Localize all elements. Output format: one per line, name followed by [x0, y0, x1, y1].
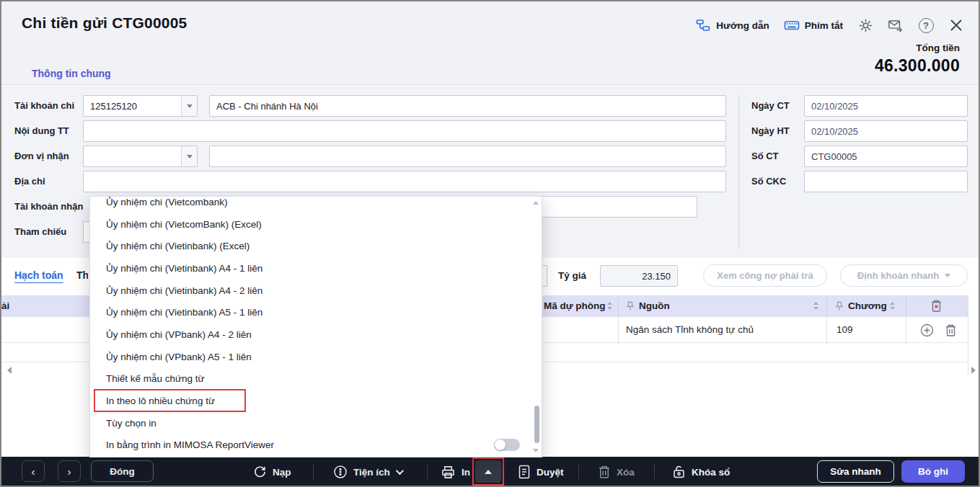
link-hach-toan[interactable]: Hạch toán [14, 269, 63, 281]
label-tham-chieu: Tham chiếu [14, 221, 87, 243]
col-dien-giai-fragment[interactable]: giải [1, 300, 45, 311]
menu-item-thiet-ke-mau-chung-tu[interactable]: Thiết kế mẫu chứng từ [90, 368, 542, 390]
don-vi-nhan-input[interactable] [84, 146, 181, 166]
guide-icon [695, 17, 711, 33]
refresh-icon [253, 465, 267, 479]
menu-item-mimosa-reportviewer[interactable]: In bằng trình in MIMOSA ReportViewer [90, 434, 542, 457]
label-dia-chi: Địa chỉ [14, 171, 87, 192]
label-tai-khoan-chi: Tài khoản chi [14, 95, 87, 117]
caret-up-icon [485, 470, 492, 474]
page-title: Chi tiền gửi CTG00005 [22, 14, 187, 32]
menu-item-uy-nhiem-chi-vietcombank-excel[interactable]: Ủy nhiệm chi (VietcomBank) (Excel) [90, 213, 542, 236]
keyboard-icon [784, 17, 800, 33]
trash-icon [598, 465, 611, 479]
close-form-button[interactable]: Đóng [91, 460, 154, 482]
label-noi-dung-tt: Nội dung TT [14, 120, 87, 142]
pin-icon[interactable] [835, 301, 844, 311]
sort-icon[interactable] [812, 301, 820, 310]
menu-item-tuy-chon-in[interactable]: Tùy chọn in [90, 412, 542, 434]
add-row-icon[interactable] [920, 323, 934, 337]
menu-item-uy-nhiem-chi-vietinbank-excel[interactable]: Ủy nhiệm chi (Vietinbank) (Excel) [90, 235, 542, 257]
next-record-button[interactable]: › [58, 460, 81, 482]
menu-item-uy-nhiem-chi-vietinbank-a4-2[interactable]: Ủy nhiệm chi (Vietinbank) A4 - 2 liên [90, 280, 542, 302]
tab-thong-tin-chung[interactable]: Thông tin chung [22, 63, 121, 88]
total-label: Tổng tiền [875, 43, 960, 53]
header-actions: Hướng dẫn Phím tắt [695, 17, 964, 33]
menu-item-uy-nhiem-chi-vietcombank[interactable]: Ủy nhiệm chi (Vietcombank) [90, 196, 542, 213]
lock-icon [672, 465, 686, 479]
label-so-ckc: Số CKC [751, 171, 799, 192]
help-icon[interactable]: ? [918, 17, 934, 33]
col-chuong[interactable]: Chương [848, 300, 887, 311]
label-ngay-ct: Ngày CT [751, 95, 799, 117]
prev-record-button[interactable]: ‹ [22, 460, 45, 482]
menu-item-uy-nhiem-chi-vpbank-a4-2[interactable]: Ủy nhiệm chi (VPbank) A4 - 2 liên [90, 323, 542, 346]
approve-button[interactable]: Duyệt [518, 457, 564, 487]
reportviewer-toggle[interactable] [494, 439, 520, 451]
sort-icon[interactable] [606, 301, 614, 310]
noi-dung-tt-input[interactable] [83, 120, 726, 142]
settings-gear-icon[interactable] [857, 17, 873, 33]
scroll-left-icon[interactable] [7, 367, 12, 374]
print-menu: Ủy nhiệm chi (Vietcombank) Ủy nhiệm chi … [89, 196, 542, 457]
tab-fragment[interactable]: Th [76, 269, 88, 281]
guide-button[interactable]: Hướng dẫn [695, 17, 769, 33]
table-right-border [968, 295, 968, 375]
chevron-down-icon [187, 104, 193, 108]
payment-voucher-window: Chi tiền gửi CTG00005 Hướng dẫn [0, 0, 980, 487]
bank-name-input[interactable] [209, 95, 726, 117]
header: Chi tiền gửi CTG00005 Hướng dẫn [1, 1, 979, 85]
reload-button[interactable]: Nạp [253, 457, 291, 487]
chevron-down-icon [396, 467, 404, 475]
guide-label: Hướng dẫn [716, 20, 769, 31]
total-amount: 46.300.000 [875, 56, 960, 76]
don-vi-nhan-name-input[interactable] [209, 146, 726, 167]
label-ty-gia: Tỷ giá [558, 270, 586, 281]
label-tai-khoan-nhan: Tài khoản nhận [14, 196, 87, 218]
dia-chi-input[interactable] [83, 171, 726, 192]
tai-khoan-chi-combo[interactable] [83, 95, 198, 117]
delete-button[interactable]: Xóa [598, 457, 635, 487]
quick-edit-button[interactable]: Sửa nhanh [817, 460, 894, 483]
menu-scroll-down-icon[interactable] [533, 449, 539, 452]
cell-nguon[interactable]: Ngân sách Tỉnh không tự chủ [626, 324, 754, 335]
don-vi-nhan-combo[interactable] [83, 146, 198, 167]
menu-item-uy-nhiem-chi-vpbank-a5-1[interactable]: Ủy nhiệm chi (VPbank) A5 - 1 liên [90, 346, 542, 368]
menu-item-in-theo-lo-nhieu-chung-tu[interactable]: In theo lô nhiều chứng từ [90, 390, 542, 412]
menu-scrollbar-thumb[interactable] [534, 406, 539, 443]
send-mail-icon[interactable] [888, 17, 904, 33]
lock-button[interactable]: Khóa sổ [672, 457, 730, 487]
print-options-caret-button[interactable] [475, 460, 501, 483]
ty-gia-input[interactable] [600, 265, 678, 287]
so-ckc-input[interactable] [804, 171, 968, 192]
utilities-icon [333, 465, 348, 479]
print-button[interactable]: In [441, 457, 470, 487]
unpost-button[interactable]: Bỏ ghi [901, 460, 965, 483]
cell-chuong[interactable]: 109 [836, 324, 853, 335]
ngay-ct-input[interactable] [804, 95, 968, 117]
delete-row-icon[interactable] [945, 323, 957, 337]
menu-item-uy-nhiem-chi-vietinbank-a5-1[interactable]: Ủy nhiệm chi (Vietinbank) A5 - 1 liên [90, 301, 542, 323]
dinh-khoan-nhanh-label: Định khoản nhanh [857, 270, 939, 281]
bottom-toolbar: ‹ › Đóng Nạp Tiện ích In [1, 457, 979, 487]
scroll-right-icon[interactable] [971, 367, 976, 374]
sort-icon[interactable] [888, 301, 896, 310]
utilities-button[interactable]: Tiện ích [333, 457, 402, 487]
xem-cong-no-button[interactable]: Xem công nợ phải trả [703, 264, 827, 287]
printer-icon [441, 465, 456, 480]
shortcuts-button[interactable]: Phím tắt [784, 17, 843, 33]
menu-item-uy-nhiem-chi-vietinbank-a4-1[interactable]: Ủy nhiệm chi (Vietinbank) A4 - 1 liên [90, 257, 542, 280]
col-nguon[interactable]: Nguồn [639, 300, 670, 311]
so-ct-input[interactable] [804, 146, 968, 167]
tai-khoan-chi-dropdown-button[interactable] [181, 96, 197, 116]
pin-icon[interactable] [626, 301, 635, 311]
ngay-ht-input[interactable] [804, 120, 968, 142]
tai-khoan-chi-input[interactable] [84, 96, 181, 116]
delete-all-rows-icon[interactable] [930, 299, 943, 313]
menu-scroll-up-icon[interactable] [533, 201, 539, 205]
don-vi-nhan-dropdown-button[interactable] [181, 146, 197, 166]
close-icon[interactable] [948, 17, 964, 33]
chevron-down-icon [187, 155, 193, 158]
dinh-khoan-nhanh-button[interactable]: Định khoản nhanh [840, 264, 968, 287]
col-ma-du-phong[interactable]: Mã dự phòng [544, 300, 606, 311]
